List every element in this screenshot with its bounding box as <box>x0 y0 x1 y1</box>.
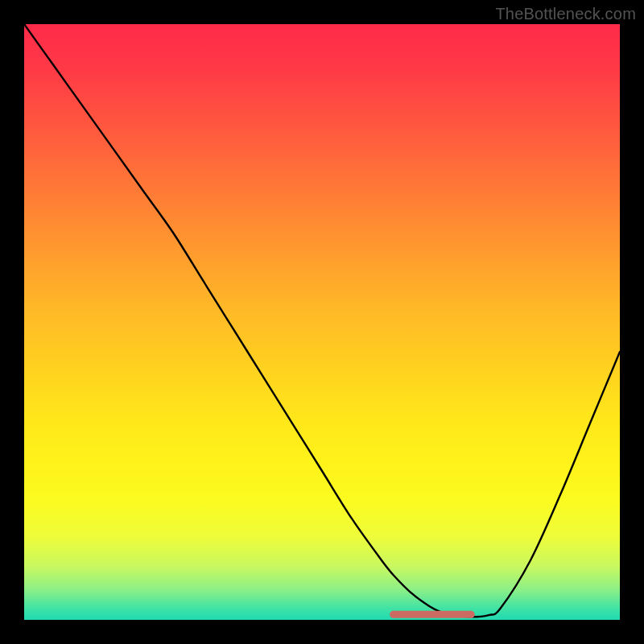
bottleneck-curve <box>24 24 620 617</box>
chart-stage: TheBottleneck.com <box>0 0 644 644</box>
optimal-range-end-dot <box>468 611 475 618</box>
plot-area <box>24 24 620 620</box>
watermark-text: TheBottleneck.com <box>495 5 636 23</box>
optimal-range-start-dot <box>390 611 397 618</box>
curve-layer <box>24 24 620 620</box>
